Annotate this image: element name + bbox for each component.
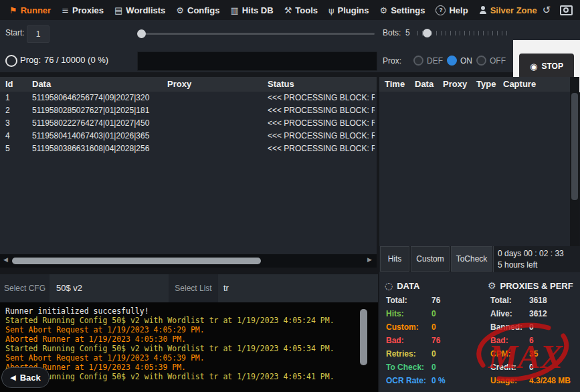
table-row[interactable]: 45119580414067403|01|2026|365<<< PROCESS… [0,130,377,142]
nav-right-icons: ↺ [543,4,580,16]
stat-bad: Bad:76 [386,336,440,345]
nav-help[interactable]: ?Help [430,0,473,20]
gear-icon: ⚙ [380,5,388,15]
plug-icon: ψ [328,5,334,15]
scroll-right-icon[interactable]: ▶ [367,256,372,263]
stat-label: Credit: [490,363,529,372]
stat-label: Bad: [386,336,431,345]
prog-value: 76 / 10000 (0 %) [44,55,108,65]
stat-value: 0 [431,322,436,332]
elapsed-time: 0 days 00 : 02 : 33 [498,249,564,258]
stat-ocr-rate: OCR Rate:0 % [386,376,446,385]
prog-label: Prog: [20,55,41,65]
stat-proxy-alive: Alive:3612 [490,309,547,318]
horizontal-scrollbar[interactable]: ◀ ▶ [0,254,377,268]
hscroll-thumb[interactable] [12,258,261,264]
col-id[interactable]: Id [5,79,13,89]
stop-button[interactable]: ◉ STOP [519,54,574,79]
col-capture[interactable]: Capture [503,79,536,89]
start-input[interactable] [27,25,50,43]
log-line: Aborted Runner at 1/19/2023 4:05:39 PM. [5,363,373,372]
help-icon: ? [436,5,446,15]
log-line: Sent Abort Request at 1/19/2023 4:05:29 … [5,325,373,334]
select-list-button[interactable]: Select List [169,274,218,302]
prox-option-def[interactable]: DEF [413,56,443,66]
col-status[interactable]: Status [268,79,294,89]
prox-option-on[interactable]: ON [447,56,472,66]
radio-selected-icon [447,56,457,66]
progress-radio[interactable] [5,55,17,67]
col-type[interactable]: Type [476,79,496,89]
nav-hitsdb[interactable]: ▥Hits DB [225,0,278,20]
nav-runner[interactable]: ⚑Runner [4,0,56,20]
nav-settings[interactable]: ⚙Settings [375,0,431,20]
col-data[interactable]: Data [415,79,433,89]
vertical-scrollbar[interactable] [570,77,579,246]
stat-proxy-bad: Bad:6 [490,336,534,345]
hits-table-header: Time Data Proxy Type Capture [379,77,570,92]
stat-retries: Retries:0 [386,349,436,359]
log-line: Aborted Runner at 1/19/2023 4:05:30 PM. [5,334,373,344]
flag-icon: ⚑ [9,5,17,15]
gear-icon: ⚙ [488,280,496,291]
stat-hits: Hits:0 [386,309,436,318]
nav-tools[interactable]: ⚒Tools [279,0,323,20]
cell-data: 5119580222764274|01|2027|450 [32,117,149,130]
stat-label: Usage: [490,376,529,385]
stat-value: 0 [431,349,436,359]
start-slider[interactable] [137,33,375,35]
scroll-left-icon[interactable]: ◀ [3,256,8,263]
radio-icon [413,56,423,66]
cell-data: 5119580646256774|09|2027|320 [32,92,149,104]
table-row[interactable]: 55119580386631608|04|2028|256<<< PROCESS… [0,142,377,155]
cell-data: 5119580386631608|04|2028|256 [32,142,149,155]
tab-custom[interactable]: Custom [411,246,450,272]
proxy-stats-header: ⚙ PROXIES & PERF [488,280,573,291]
bots-slider-handle[interactable] [423,29,431,37]
start-slider-handle[interactable] [137,29,146,38]
col-proxy[interactable]: Proxy [167,79,191,89]
select-cfg-button[interactable]: Select CFG [0,274,50,302]
col-time[interactable]: Time [385,79,405,89]
back-button[interactable]: ◀ Back [1,367,50,388]
col-data[interactable]: Data [32,79,51,89]
start-label: Start: [5,28,25,37]
log-scrollbar-thumb[interactable] [360,309,367,365]
bots-label: Bots: [383,28,401,37]
progress-bar [137,52,377,71]
tab-tocheck[interactable]: ToCheck [451,246,492,272]
cell-id: 4 [5,130,10,142]
stat-label: Total: [386,296,431,305]
nav-help-label: Help [449,5,468,15]
nav-silver-zone-label: Silver Zone [490,5,537,15]
nav-proxies[interactable]: ≡Proxies [56,0,109,20]
stat-value: 76 [431,296,440,305]
selected-config-value: 50$ v2 [56,283,82,293]
stat-value: 3618 [529,296,547,305]
tab-hits[interactable]: Hits [380,246,409,272]
table-row[interactable]: 15119580646256774|09|2027|320<<< PROCESS… [0,92,377,104]
table-row[interactable]: 25119580285027627|01|2025|181<<< PROCESS… [0,104,377,117]
prox-option-off[interactable]: OFF [476,56,506,66]
stat-value: 0 [431,309,436,318]
dashed-circle-icon: ◌ [385,280,393,291]
nav-plugins[interactable]: ψPlugins [323,0,375,20]
stat-label: Alive: [490,309,529,318]
stat-label: OCR Rate: [386,376,431,385]
nav-wordlists[interactable]: ▤Wordlists [109,0,171,20]
cell-id: 3 [5,117,10,130]
history-icon[interactable]: ↺ [543,4,551,16]
camera-icon[interactable] [560,5,573,15]
gear-icon: ⚙ [176,5,184,15]
time-left: 5 hours left [498,260,537,270]
vscroll-thumb[interactable] [571,93,578,200]
data-stats-header: ◌ DATA [385,280,419,291]
cell-status: <<< PROCESSING BLOCK: REC [268,130,375,142]
radio-icon [476,56,486,66]
table-row[interactable]: 35119580222764274|01|2027|450<<< PROCESS… [0,117,377,130]
col-proxy[interactable]: Proxy [443,79,467,89]
nav-silver-zone[interactable]: Silver Zone [474,0,543,20]
log-line: Started Running Config 50$ v2 with Wordl… [5,344,373,353]
nav-configs[interactable]: ⚙Configs [171,0,225,20]
database-icon: ▥ [230,5,238,15]
